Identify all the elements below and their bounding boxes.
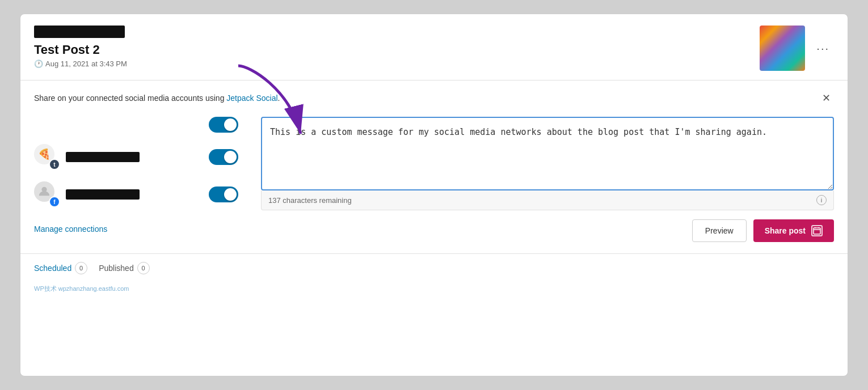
facebook-account-name-redacted [66,189,140,200]
share-post-label: Share post [765,226,806,235]
post-header-right: ··· [760,26,834,71]
share-calendar-icon [811,225,823,236]
connections-panel: 🍕 t [34,117,238,242]
footer-tabs: Scheduled 0 Published 0 [20,254,848,282]
tumblr-badge: t [49,159,60,170]
toggle-facebook[interactable] [209,186,238,202]
post-thumbnail [760,26,805,71]
char-count-text: 137 characters remaining [268,196,352,205]
share-description: Share on your connected social media acc… [34,94,280,103]
toggle-thumb-tumblr [224,151,237,163]
toggle-track-tumblr [209,149,238,165]
post-header: Test Post 2 🕐 Aug 11, 2021 at 3:43 PM ··… [20,14,848,80]
jetpack-social-link[interactable]: Jetpack Social [226,94,277,103]
thumbnail-image [760,26,805,71]
first-toggle-row [34,117,238,133]
tab-scheduled[interactable]: Scheduled 0 [34,262,87,274]
toggle-thumb-facebook [224,188,237,201]
toggle-tumblr[interactable] [209,149,238,165]
share-main: 🍕 t [34,117,834,242]
tab-scheduled-label: Scheduled [34,264,71,273]
svg-rect-2 [814,228,820,234]
redacted-bar-top [34,26,125,38]
main-card: Test Post 2 🕐 Aug 11, 2021 at 3:43 PM ··… [20,14,848,376]
message-textarea[interactable]: This is a custom message for my social m… [261,117,834,190]
more-options-button[interactable]: ··· [812,40,834,57]
share-description-prefix: Share on your connected social media acc… [34,94,226,103]
avatar-stack-facebook: f [34,181,60,207]
tab-published[interactable]: Published 0 [99,262,150,274]
connection-facebook-left: f [34,181,140,207]
tumblr-account-name-redacted [66,152,140,162]
char-count-row: 137 characters remaining i [261,190,834,210]
preview-button[interactable]: Preview [692,219,747,242]
connection-facebook: f [34,181,238,207]
share-header-row: Share on your connected social media acc… [34,91,834,105]
post-header-left: Test Post 2 🕐 Aug 11, 2021 at 3:43 PM [34,26,127,68]
connection-tumblr: 🍕 t [34,144,238,170]
watermark: WP技术 wpzhanzhang.eastfu.com [20,282,848,298]
toggle-thumb-1 [224,118,237,131]
facebook-badge: f [49,196,60,207]
post-title: Test Post 2 [34,43,127,57]
clock-icon: 🕐 [34,60,43,68]
user-avatar-icon [38,185,50,198]
share-section: Share on your connected social media acc… [20,80,848,254]
toggle-1[interactable] [209,117,238,133]
manage-connections-link[interactable]: Manage connections [34,224,107,234]
toggle-track-1 [209,117,238,133]
avatar-stack-tumblr: 🍕 t [34,144,60,170]
toggle-track-facebook [209,186,238,202]
message-panel: This is a custom message for my social m… [261,117,834,242]
tab-published-badge: 0 [137,262,150,274]
tab-scheduled-badge: 0 [75,262,87,274]
share-description-suffix: . [278,94,280,103]
share-post-button[interactable]: Share post [753,219,834,242]
connection-tumblr-left: 🍕 t [34,144,140,170]
post-date-text: Aug 11, 2021 at 3:43 PM [45,60,127,68]
info-icon[interactable]: i [816,195,827,205]
close-button[interactable]: ✕ [819,91,834,105]
post-date: 🕐 Aug 11, 2021 at 3:43 PM [34,60,127,68]
tab-published-label: Published [99,264,134,273]
action-buttons: Preview Share post [261,219,834,242]
pizza-icon: 🍕 [38,148,50,160]
